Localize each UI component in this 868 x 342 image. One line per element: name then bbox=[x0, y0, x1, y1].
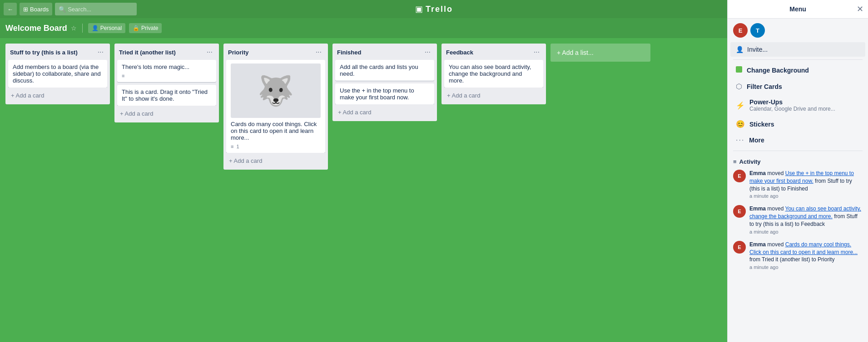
add-card-button[interactable]: + Add a card bbox=[334, 106, 435, 118]
avatar-emma[interactable]: E bbox=[733, 23, 748, 38]
menu-close-button[interactable]: ✕ bbox=[857, 4, 863, 14]
activity-item: E Emma moved Use the + in the top menu t… bbox=[733, 170, 863, 199]
card-icons: ≡1 bbox=[231, 144, 321, 149]
menu-items: Change Background ⬡ Filter Cards ⚡ Power… bbox=[728, 63, 868, 148]
activity-user: Emma bbox=[749, 205, 766, 212]
menu-item-subtitle: Calendar, Google Drive and more... bbox=[749, 106, 860, 112]
menu-divider-1 bbox=[733, 59, 863, 60]
list-cards: You can also see board activity, change … bbox=[441, 60, 546, 88]
menu-item-title: Power-Ups bbox=[749, 98, 860, 106]
avatar-trello[interactable]: T bbox=[750, 23, 765, 38]
menu-header: Menu ✕ bbox=[728, 0, 868, 19]
list-list-feedback: Feedback···You can also see board activi… bbox=[441, 44, 546, 104]
menu-item-more[interactable]: ··· More bbox=[730, 132, 865, 148]
activity-items: E Emma moved Use the + in the top menu t… bbox=[733, 170, 863, 270]
activity-item: E Emma moved Cards do many cool things. … bbox=[733, 241, 863, 270]
card[interactable]: Add members to a board (via the sidebar)… bbox=[8, 60, 107, 88]
list-header: Finished··· bbox=[332, 44, 437, 60]
card-image: 🐺 bbox=[231, 64, 321, 118]
invite-icon: 👤 bbox=[736, 46, 744, 53]
menu-item-filter-cards[interactable]: ⬡ Filter Cards bbox=[730, 78, 865, 94]
list-list-tried: Tried it (another list)···There's lots m… bbox=[114, 44, 219, 122]
activity-text: Emma moved You can also see board activi… bbox=[749, 205, 863, 228]
activity-avatar[interactable]: E bbox=[733, 205, 746, 218]
activity-time: a minute ago bbox=[749, 193, 863, 199]
card-text: Add all the cards and lists you need. bbox=[340, 64, 418, 77]
card[interactable]: Use the + in the top menu to make your f… bbox=[335, 83, 434, 104]
activity-icon: ≡ bbox=[733, 158, 737, 165]
menu-item-title: Filter Cards bbox=[747, 83, 860, 90]
card-text: This is a card. Drag it onto "Tried It" … bbox=[122, 88, 208, 102]
list-title: Finished bbox=[337, 49, 423, 56]
personal-icon: 👤 bbox=[92, 25, 99, 31]
list-list-priority: Priority···🐺Cards do many cool things. C… bbox=[223, 44, 328, 170]
boards-button[interactable]: ⊞ Boards bbox=[20, 3, 52, 15]
visibility-button[interactable]: 👤 Personal bbox=[88, 23, 125, 33]
lock-icon: 🔒 bbox=[133, 25, 139, 31]
activity-link[interactable]: Cards do many cool things. Click on this… bbox=[749, 241, 858, 255]
activity-text: Emma moved Cards do many cool things. Cl… bbox=[749, 241, 863, 264]
power-icon: ⚡ bbox=[736, 102, 745, 109]
activity-user: Emma bbox=[749, 241, 766, 248]
back-button[interactable]: ← bbox=[4, 3, 17, 15]
menu-body: E T 👤 Invite... Change Background ⬡ Filt… bbox=[728, 19, 868, 342]
list-menu-button[interactable]: ··· bbox=[423, 47, 432, 57]
add-card-button[interactable]: + Add a card bbox=[443, 89, 544, 102]
activity-title: ≡ Activity bbox=[733, 158, 863, 165]
card[interactable]: There's lots more magic...≡ bbox=[117, 60, 216, 82]
privacy-button[interactable]: 🔒 Private bbox=[129, 23, 162, 33]
add-card-button[interactable]: + Add a card bbox=[116, 107, 217, 120]
invite-button[interactable]: 👤 Invite... bbox=[730, 42, 865, 57]
privacy-label: Private bbox=[141, 25, 158, 31]
menu-item-power-ups[interactable]: ⚡ Power-Ups Calendar, Google Drive and m… bbox=[730, 95, 865, 116]
activity-avatar[interactable]: E bbox=[733, 241, 746, 254]
invite-label: Invite... bbox=[747, 46, 768, 53]
card-text: Add members to a board (via the sidebar)… bbox=[13, 64, 101, 84]
list-header: Tried it (another list)··· bbox=[114, 44, 219, 60]
activity-time: a minute ago bbox=[749, 229, 863, 235]
divider bbox=[82, 24, 83, 33]
visibility-label: Personal bbox=[100, 25, 122, 31]
boards-label: Boards bbox=[30, 6, 49, 13]
activity-label: Activity bbox=[739, 158, 761, 165]
list-menu-button[interactable]: ··· bbox=[96, 47, 105, 57]
list-title: Feedback bbox=[446, 49, 532, 56]
list-menu-button[interactable]: ··· bbox=[314, 47, 323, 57]
list-title: Priority bbox=[228, 49, 314, 56]
card[interactable]: 🐺Cards do many cool things. Click on thi… bbox=[226, 60, 325, 153]
card-text: Cards do many cool things. Click on this… bbox=[231, 121, 317, 141]
search-input[interactable] bbox=[55, 3, 137, 15]
card[interactable]: You can also see board activity, change … bbox=[444, 60, 543, 88]
list-menu-button[interactable]: ··· bbox=[205, 47, 214, 57]
activity-user: Emma bbox=[749, 170, 766, 176]
trello-logo-icon: ▣ bbox=[415, 4, 423, 14]
card[interactable]: Add all the cards and lists you need. bbox=[335, 60, 434, 81]
card-text: Use the + in the top menu to make your f… bbox=[340, 87, 414, 101]
card-text: There's lots more magic... bbox=[122, 64, 189, 70]
add-list-button[interactable]: + Add a list... bbox=[551, 44, 650, 62]
list-cards: There's lots more magic...≡This is a car… bbox=[114, 60, 219, 106]
list-header: Feedback··· bbox=[441, 44, 546, 60]
card-icon: ≡ bbox=[122, 73, 124, 78]
list-title: Stuff to try (this is a list) bbox=[10, 49, 96, 56]
menu-item-title: Change Background bbox=[747, 67, 860, 74]
activity-section: ≡ Activity E Emma moved Use the + in the… bbox=[728, 154, 868, 281]
add-card-button[interactable]: + Add a card bbox=[7, 89, 108, 102]
list-menu-button[interactable]: ··· bbox=[532, 47, 541, 57]
list-header: Stuff to try (this is a list)··· bbox=[5, 44, 110, 60]
filter-icon: ⬡ bbox=[736, 83, 742, 90]
activity-avatar[interactable]: E bbox=[733, 170, 746, 182]
menu-item-change-bg[interactable]: Change Background bbox=[730, 63, 865, 78]
card[interactable]: This is a card. Drag it onto "Tried It" … bbox=[117, 85, 216, 106]
menu-item-stickers[interactable]: 😊 Stickers bbox=[730, 116, 865, 132]
menu-item-title: More bbox=[749, 137, 860, 144]
sticker-icon: 😊 bbox=[736, 120, 745, 128]
add-card-button[interactable]: + Add a card bbox=[225, 155, 326, 167]
star-icon[interactable]: ☆ bbox=[71, 24, 77, 32]
board-title[interactable]: Welcome Board bbox=[5, 24, 67, 33]
menu-title: Menu bbox=[789, 5, 806, 13]
trello-logo-text: Trello bbox=[426, 5, 453, 14]
menu-item-title: Stickers bbox=[749, 121, 860, 128]
side-menu: Menu ✕ E T 👤 Invite... Change Background… bbox=[727, 0, 868, 342]
activity-link[interactable]: You can also see board activity, change … bbox=[749, 205, 861, 220]
